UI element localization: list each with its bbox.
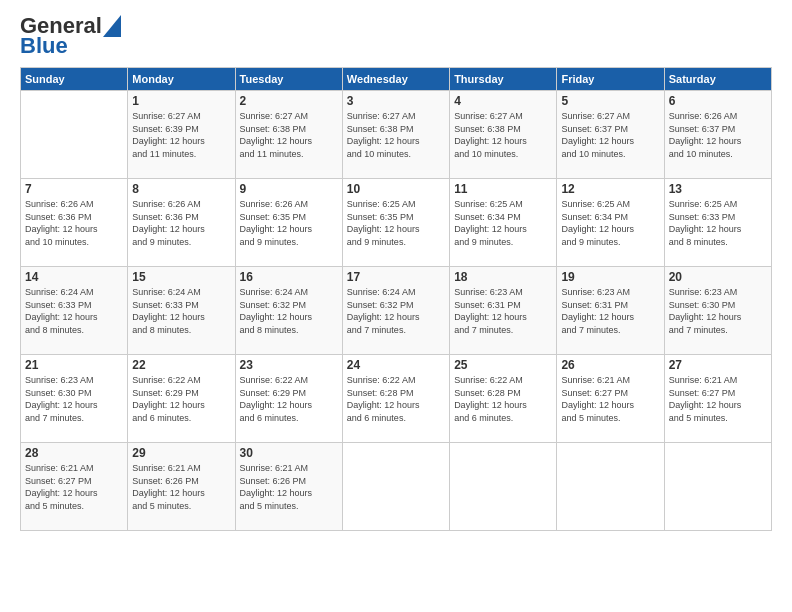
calendar-cell bbox=[21, 91, 128, 179]
calendar-cell: 13Sunrise: 6:25 AM Sunset: 6:33 PM Dayli… bbox=[664, 179, 771, 267]
day-number: 20 bbox=[669, 270, 767, 284]
calendar-cell: 5Sunrise: 6:27 AM Sunset: 6:37 PM Daylig… bbox=[557, 91, 664, 179]
day-number: 5 bbox=[561, 94, 659, 108]
calendar-table: SundayMondayTuesdayWednesdayThursdayFrid… bbox=[20, 67, 772, 531]
calendar-cell: 12Sunrise: 6:25 AM Sunset: 6:34 PM Dayli… bbox=[557, 179, 664, 267]
day-number: 26 bbox=[561, 358, 659, 372]
week-row-1: 7Sunrise: 6:26 AM Sunset: 6:36 PM Daylig… bbox=[21, 179, 772, 267]
calendar-cell bbox=[450, 443, 557, 531]
day-info: Sunrise: 6:21 AM Sunset: 6:27 PM Dayligh… bbox=[561, 374, 659, 424]
calendar-cell: 8Sunrise: 6:26 AM Sunset: 6:36 PM Daylig… bbox=[128, 179, 235, 267]
calendar-cell: 18Sunrise: 6:23 AM Sunset: 6:31 PM Dayli… bbox=[450, 267, 557, 355]
day-info: Sunrise: 6:26 AM Sunset: 6:35 PM Dayligh… bbox=[240, 198, 338, 248]
week-row-2: 14Sunrise: 6:24 AM Sunset: 6:33 PM Dayli… bbox=[21, 267, 772, 355]
day-number: 18 bbox=[454, 270, 552, 284]
calendar-cell: 11Sunrise: 6:25 AM Sunset: 6:34 PM Dayli… bbox=[450, 179, 557, 267]
calendar-cell: 9Sunrise: 6:26 AM Sunset: 6:35 PM Daylig… bbox=[235, 179, 342, 267]
day-info: Sunrise: 6:22 AM Sunset: 6:28 PM Dayligh… bbox=[454, 374, 552, 424]
calendar-cell: 23Sunrise: 6:22 AM Sunset: 6:29 PM Dayli… bbox=[235, 355, 342, 443]
calendar-cell: 10Sunrise: 6:25 AM Sunset: 6:35 PM Dayli… bbox=[342, 179, 449, 267]
day-info: Sunrise: 6:23 AM Sunset: 6:30 PM Dayligh… bbox=[25, 374, 123, 424]
calendar-cell bbox=[557, 443, 664, 531]
calendar-cell: 28Sunrise: 6:21 AM Sunset: 6:27 PM Dayli… bbox=[21, 443, 128, 531]
day-number: 23 bbox=[240, 358, 338, 372]
calendar-cell: 30Sunrise: 6:21 AM Sunset: 6:26 PM Dayli… bbox=[235, 443, 342, 531]
header-cell-tuesday: Tuesday bbox=[235, 68, 342, 91]
calendar-cell: 2Sunrise: 6:27 AM Sunset: 6:38 PM Daylig… bbox=[235, 91, 342, 179]
svg-marker-0 bbox=[103, 15, 121, 37]
calendar-cell: 22Sunrise: 6:22 AM Sunset: 6:29 PM Dayli… bbox=[128, 355, 235, 443]
day-info: Sunrise: 6:26 AM Sunset: 6:36 PM Dayligh… bbox=[132, 198, 230, 248]
day-info: Sunrise: 6:27 AM Sunset: 6:38 PM Dayligh… bbox=[454, 110, 552, 160]
day-info: Sunrise: 6:21 AM Sunset: 6:27 PM Dayligh… bbox=[25, 462, 123, 512]
calendar-cell: 3Sunrise: 6:27 AM Sunset: 6:38 PM Daylig… bbox=[342, 91, 449, 179]
day-info: Sunrise: 6:27 AM Sunset: 6:38 PM Dayligh… bbox=[240, 110, 338, 160]
calendar-body: 1Sunrise: 6:27 AM Sunset: 6:39 PM Daylig… bbox=[21, 91, 772, 531]
day-number: 4 bbox=[454, 94, 552, 108]
week-row-0: 1Sunrise: 6:27 AM Sunset: 6:39 PM Daylig… bbox=[21, 91, 772, 179]
day-number: 11 bbox=[454, 182, 552, 196]
day-info: Sunrise: 6:24 AM Sunset: 6:33 PM Dayligh… bbox=[132, 286, 230, 336]
calendar-cell: 6Sunrise: 6:26 AM Sunset: 6:37 PM Daylig… bbox=[664, 91, 771, 179]
day-number: 17 bbox=[347, 270, 445, 284]
day-info: Sunrise: 6:24 AM Sunset: 6:33 PM Dayligh… bbox=[25, 286, 123, 336]
day-number: 15 bbox=[132, 270, 230, 284]
day-info: Sunrise: 6:26 AM Sunset: 6:36 PM Dayligh… bbox=[25, 198, 123, 248]
header-cell-sunday: Sunday bbox=[21, 68, 128, 91]
day-info: Sunrise: 6:27 AM Sunset: 6:37 PM Dayligh… bbox=[561, 110, 659, 160]
day-number: 22 bbox=[132, 358, 230, 372]
day-info: Sunrise: 6:27 AM Sunset: 6:39 PM Dayligh… bbox=[132, 110, 230, 160]
header-cell-friday: Friday bbox=[557, 68, 664, 91]
day-number: 7 bbox=[25, 182, 123, 196]
day-info: Sunrise: 6:26 AM Sunset: 6:37 PM Dayligh… bbox=[669, 110, 767, 160]
day-number: 28 bbox=[25, 446, 123, 460]
logo: General Blue bbox=[20, 15, 121, 57]
calendar-cell bbox=[664, 443, 771, 531]
day-info: Sunrise: 6:22 AM Sunset: 6:29 PM Dayligh… bbox=[132, 374, 230, 424]
day-number: 19 bbox=[561, 270, 659, 284]
day-number: 29 bbox=[132, 446, 230, 460]
calendar-cell: 7Sunrise: 6:26 AM Sunset: 6:36 PM Daylig… bbox=[21, 179, 128, 267]
day-number: 9 bbox=[240, 182, 338, 196]
logo-arrow-icon bbox=[103, 15, 121, 37]
header-cell-thursday: Thursday bbox=[450, 68, 557, 91]
day-info: Sunrise: 6:24 AM Sunset: 6:32 PM Dayligh… bbox=[347, 286, 445, 336]
calendar-cell: 15Sunrise: 6:24 AM Sunset: 6:33 PM Dayli… bbox=[128, 267, 235, 355]
calendar-cell: 24Sunrise: 6:22 AM Sunset: 6:28 PM Dayli… bbox=[342, 355, 449, 443]
day-info: Sunrise: 6:25 AM Sunset: 6:34 PM Dayligh… bbox=[561, 198, 659, 248]
day-number: 13 bbox=[669, 182, 767, 196]
calendar-cell: 20Sunrise: 6:23 AM Sunset: 6:30 PM Dayli… bbox=[664, 267, 771, 355]
calendar-cell: 1Sunrise: 6:27 AM Sunset: 6:39 PM Daylig… bbox=[128, 91, 235, 179]
day-number: 3 bbox=[347, 94, 445, 108]
page: General Blue SundayMondayTuesdayWednesda… bbox=[0, 0, 792, 612]
day-info: Sunrise: 6:23 AM Sunset: 6:30 PM Dayligh… bbox=[669, 286, 767, 336]
day-info: Sunrise: 6:21 AM Sunset: 6:27 PM Dayligh… bbox=[669, 374, 767, 424]
day-info: Sunrise: 6:24 AM Sunset: 6:32 PM Dayligh… bbox=[240, 286, 338, 336]
calendar-cell: 25Sunrise: 6:22 AM Sunset: 6:28 PM Dayli… bbox=[450, 355, 557, 443]
day-info: Sunrise: 6:25 AM Sunset: 6:34 PM Dayligh… bbox=[454, 198, 552, 248]
week-row-3: 21Sunrise: 6:23 AM Sunset: 6:30 PM Dayli… bbox=[21, 355, 772, 443]
calendar-cell: 4Sunrise: 6:27 AM Sunset: 6:38 PM Daylig… bbox=[450, 91, 557, 179]
day-info: Sunrise: 6:21 AM Sunset: 6:26 PM Dayligh… bbox=[240, 462, 338, 512]
day-number: 27 bbox=[669, 358, 767, 372]
calendar-cell: 17Sunrise: 6:24 AM Sunset: 6:32 PM Dayli… bbox=[342, 267, 449, 355]
day-number: 12 bbox=[561, 182, 659, 196]
header-cell-monday: Monday bbox=[128, 68, 235, 91]
calendar-cell bbox=[342, 443, 449, 531]
day-number: 8 bbox=[132, 182, 230, 196]
day-number: 21 bbox=[25, 358, 123, 372]
day-number: 14 bbox=[25, 270, 123, 284]
calendar-cell: 14Sunrise: 6:24 AM Sunset: 6:33 PM Dayli… bbox=[21, 267, 128, 355]
calendar-cell: 16Sunrise: 6:24 AM Sunset: 6:32 PM Dayli… bbox=[235, 267, 342, 355]
day-number: 10 bbox=[347, 182, 445, 196]
day-number: 25 bbox=[454, 358, 552, 372]
calendar-cell: 26Sunrise: 6:21 AM Sunset: 6:27 PM Dayli… bbox=[557, 355, 664, 443]
calendar-header-row: SundayMondayTuesdayWednesdayThursdayFrid… bbox=[21, 68, 772, 91]
calendar-cell: 29Sunrise: 6:21 AM Sunset: 6:26 PM Dayli… bbox=[128, 443, 235, 531]
header-cell-wednesday: Wednesday bbox=[342, 68, 449, 91]
calendar-cell: 21Sunrise: 6:23 AM Sunset: 6:30 PM Dayli… bbox=[21, 355, 128, 443]
day-number: 16 bbox=[240, 270, 338, 284]
header: General Blue bbox=[20, 15, 772, 57]
day-info: Sunrise: 6:23 AM Sunset: 6:31 PM Dayligh… bbox=[454, 286, 552, 336]
day-info: Sunrise: 6:25 AM Sunset: 6:35 PM Dayligh… bbox=[347, 198, 445, 248]
